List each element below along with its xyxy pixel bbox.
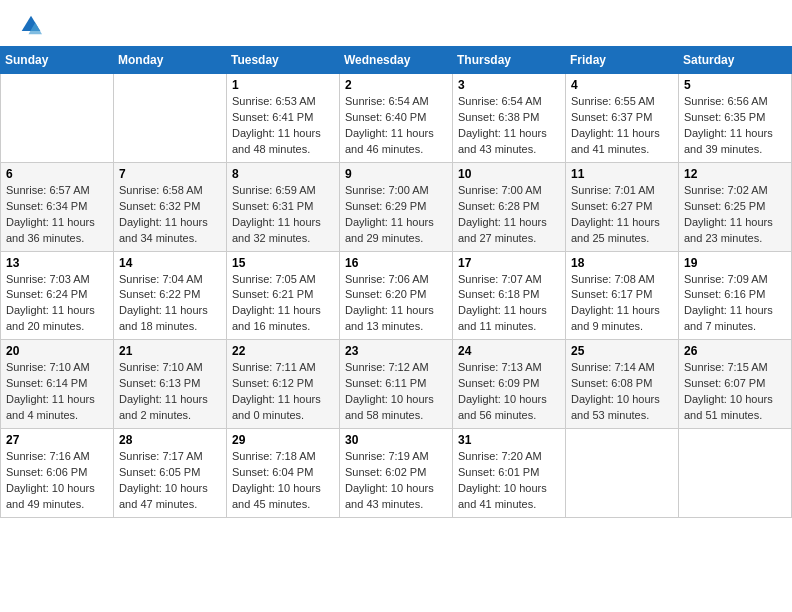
day-info: Sunrise: 7:00 AM Sunset: 6:29 PM Dayligh… [345,183,447,247]
day-number: 11 [571,167,673,181]
day-number: 14 [119,256,221,270]
day-number: 19 [684,256,786,270]
day-number: 29 [232,433,334,447]
page-header [0,0,792,46]
day-number: 18 [571,256,673,270]
day-number: 30 [345,433,447,447]
day-number: 2 [345,78,447,92]
calendar-cell: 29Sunrise: 7:18 AM Sunset: 6:04 PM Dayli… [227,429,340,518]
day-number: 5 [684,78,786,92]
day-number: 15 [232,256,334,270]
calendar-cell: 12Sunrise: 7:02 AM Sunset: 6:25 PM Dayli… [679,162,792,251]
day-info: Sunrise: 7:03 AM Sunset: 6:24 PM Dayligh… [6,272,108,336]
calendar-cell: 27Sunrise: 7:16 AM Sunset: 6:06 PM Dayli… [1,429,114,518]
day-info: Sunrise: 7:08 AM Sunset: 6:17 PM Dayligh… [571,272,673,336]
logo [18,14,42,40]
dow-header: Sunday [1,47,114,74]
calendar-cell: 25Sunrise: 7:14 AM Sunset: 6:08 PM Dayli… [566,340,679,429]
day-info: Sunrise: 6:57 AM Sunset: 6:34 PM Dayligh… [6,183,108,247]
day-info: Sunrise: 7:02 AM Sunset: 6:25 PM Dayligh… [684,183,786,247]
day-number: 12 [684,167,786,181]
day-info: Sunrise: 7:14 AM Sunset: 6:08 PM Dayligh… [571,360,673,424]
day-info: Sunrise: 7:20 AM Sunset: 6:01 PM Dayligh… [458,449,560,513]
calendar-cell [566,429,679,518]
day-info: Sunrise: 6:59 AM Sunset: 6:31 PM Dayligh… [232,183,334,247]
dow-header: Monday [114,47,227,74]
day-number: 17 [458,256,560,270]
calendar-cell: 7Sunrise: 6:58 AM Sunset: 6:32 PM Daylig… [114,162,227,251]
day-number: 28 [119,433,221,447]
dow-header: Friday [566,47,679,74]
day-info: Sunrise: 6:58 AM Sunset: 6:32 PM Dayligh… [119,183,221,247]
calendar-cell: 8Sunrise: 6:59 AM Sunset: 6:31 PM Daylig… [227,162,340,251]
day-info: Sunrise: 7:10 AM Sunset: 6:14 PM Dayligh… [6,360,108,424]
dow-header: Thursday [453,47,566,74]
calendar-week-row: 13Sunrise: 7:03 AM Sunset: 6:24 PM Dayli… [1,251,792,340]
day-info: Sunrise: 7:10 AM Sunset: 6:13 PM Dayligh… [119,360,221,424]
day-number: 31 [458,433,560,447]
day-number: 20 [6,344,108,358]
calendar-cell: 16Sunrise: 7:06 AM Sunset: 6:20 PM Dayli… [340,251,453,340]
calendar-cell: 13Sunrise: 7:03 AM Sunset: 6:24 PM Dayli… [1,251,114,340]
calendar-cell: 20Sunrise: 7:10 AM Sunset: 6:14 PM Dayli… [1,340,114,429]
calendar-week-row: 6Sunrise: 6:57 AM Sunset: 6:34 PM Daylig… [1,162,792,251]
calendar-cell: 24Sunrise: 7:13 AM Sunset: 6:09 PM Dayli… [453,340,566,429]
day-number: 26 [684,344,786,358]
day-info: Sunrise: 6:56 AM Sunset: 6:35 PM Dayligh… [684,94,786,158]
calendar-cell: 1Sunrise: 6:53 AM Sunset: 6:41 PM Daylig… [227,74,340,163]
calendar-cell: 17Sunrise: 7:07 AM Sunset: 6:18 PM Dayli… [453,251,566,340]
day-info: Sunrise: 7:07 AM Sunset: 6:18 PM Dayligh… [458,272,560,336]
day-info: Sunrise: 7:01 AM Sunset: 6:27 PM Dayligh… [571,183,673,247]
day-number: 22 [232,344,334,358]
calendar-cell: 18Sunrise: 7:08 AM Sunset: 6:17 PM Dayli… [566,251,679,340]
day-number: 3 [458,78,560,92]
day-info: Sunrise: 7:04 AM Sunset: 6:22 PM Dayligh… [119,272,221,336]
calendar-cell: 5Sunrise: 6:56 AM Sunset: 6:35 PM Daylig… [679,74,792,163]
calendar-week-row: 20Sunrise: 7:10 AM Sunset: 6:14 PM Dayli… [1,340,792,429]
logo-icon [20,14,42,36]
calendar-cell: 22Sunrise: 7:11 AM Sunset: 6:12 PM Dayli… [227,340,340,429]
day-number: 25 [571,344,673,358]
day-info: Sunrise: 7:13 AM Sunset: 6:09 PM Dayligh… [458,360,560,424]
calendar-cell: 15Sunrise: 7:05 AM Sunset: 6:21 PM Dayli… [227,251,340,340]
calendar-header: SundayMondayTuesdayWednesdayThursdayFrid… [1,47,792,74]
day-info: Sunrise: 7:19 AM Sunset: 6:02 PM Dayligh… [345,449,447,513]
dow-header: Wednesday [340,47,453,74]
day-info: Sunrise: 7:11 AM Sunset: 6:12 PM Dayligh… [232,360,334,424]
calendar-cell: 23Sunrise: 7:12 AM Sunset: 6:11 PM Dayli… [340,340,453,429]
day-number: 27 [6,433,108,447]
day-info: Sunrise: 7:17 AM Sunset: 6:05 PM Dayligh… [119,449,221,513]
calendar-cell: 11Sunrise: 7:01 AM Sunset: 6:27 PM Dayli… [566,162,679,251]
calendar-cell: 6Sunrise: 6:57 AM Sunset: 6:34 PM Daylig… [1,162,114,251]
day-number: 8 [232,167,334,181]
calendar-cell: 21Sunrise: 7:10 AM Sunset: 6:13 PM Dayli… [114,340,227,429]
day-of-week-row: SundayMondayTuesdayWednesdayThursdayFrid… [1,47,792,74]
calendar-cell [1,74,114,163]
day-info: Sunrise: 7:15 AM Sunset: 6:07 PM Dayligh… [684,360,786,424]
calendar-cell: 10Sunrise: 7:00 AM Sunset: 6:28 PM Dayli… [453,162,566,251]
calendar-cell [679,429,792,518]
day-info: Sunrise: 7:00 AM Sunset: 6:28 PM Dayligh… [458,183,560,247]
calendar-cell: 31Sunrise: 7:20 AM Sunset: 6:01 PM Dayli… [453,429,566,518]
day-info: Sunrise: 7:16 AM Sunset: 6:06 PM Dayligh… [6,449,108,513]
calendar-cell: 14Sunrise: 7:04 AM Sunset: 6:22 PM Dayli… [114,251,227,340]
day-number: 10 [458,167,560,181]
day-info: Sunrise: 6:55 AM Sunset: 6:37 PM Dayligh… [571,94,673,158]
calendar-cell: 9Sunrise: 7:00 AM Sunset: 6:29 PM Daylig… [340,162,453,251]
day-info: Sunrise: 7:05 AM Sunset: 6:21 PM Dayligh… [232,272,334,336]
calendar-cell: 28Sunrise: 7:17 AM Sunset: 6:05 PM Dayli… [114,429,227,518]
day-number: 7 [119,167,221,181]
day-info: Sunrise: 7:12 AM Sunset: 6:11 PM Dayligh… [345,360,447,424]
dow-header: Saturday [679,47,792,74]
day-number: 16 [345,256,447,270]
calendar-cell [114,74,227,163]
calendar-cell: 4Sunrise: 6:55 AM Sunset: 6:37 PM Daylig… [566,74,679,163]
day-info: Sunrise: 7:09 AM Sunset: 6:16 PM Dayligh… [684,272,786,336]
day-number: 24 [458,344,560,358]
day-number: 1 [232,78,334,92]
calendar-body: 1Sunrise: 6:53 AM Sunset: 6:41 PM Daylig… [1,74,792,518]
day-number: 23 [345,344,447,358]
calendar-week-row: 1Sunrise: 6:53 AM Sunset: 6:41 PM Daylig… [1,74,792,163]
calendar-cell: 19Sunrise: 7:09 AM Sunset: 6:16 PM Dayli… [679,251,792,340]
calendar-cell: 26Sunrise: 7:15 AM Sunset: 6:07 PM Dayli… [679,340,792,429]
